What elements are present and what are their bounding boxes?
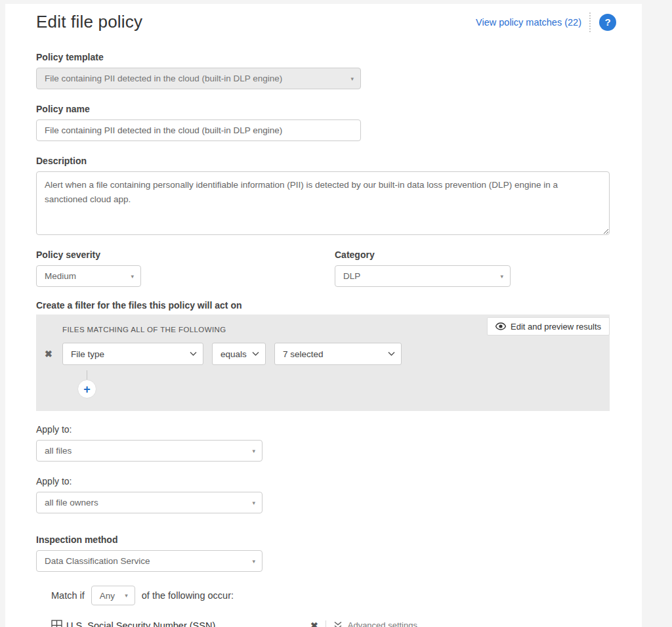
caret-down-icon: ▾ <box>252 500 255 506</box>
apply-to-owners-value: all file owners <box>45 498 98 508</box>
caret-down-icon: ▾ <box>252 558 255 565</box>
filter-operator-select[interactable]: equals <box>212 343 266 365</box>
caret-down-icon: ▾ <box>131 273 134 280</box>
policy-template-value: File containing PII detected in the clou… <box>45 74 282 83</box>
match-quantifier-value: Any <box>100 591 115 601</box>
apply-to-files-value: all files <box>45 446 72 456</box>
filter-panel: FILES MATCHING ALL OF THE FOLLOWING Edit… <box>36 314 610 411</box>
chevron-down-icon <box>190 352 197 357</box>
match-quantifier-select[interactable]: Any ▾ <box>91 586 135 605</box>
policy-severity-value: Medium <box>45 271 76 281</box>
policy-template-label: Policy template <box>36 52 642 62</box>
category-select[interactable]: DLP ▾ <box>335 265 511 287</box>
remove-criteria-icon[interactable]: ✖ <box>310 620 318 627</box>
inspection-method-value: Data Classification Service <box>45 556 150 566</box>
filter-operator-value: equals <box>220 349 247 359</box>
page-title: Edit file policy <box>36 12 142 32</box>
category-label: Category <box>335 249 511 260</box>
policy-severity-label: Policy severity <box>36 249 141 260</box>
chevron-down-icon <box>252 352 259 357</box>
double-chevron-down-icon[interactable] <box>333 621 343 627</box>
match-suffix: of the following occur: <box>142 590 234 601</box>
header: Edit file policy View policy matches (22… <box>36 12 616 32</box>
policy-template-select[interactable]: File containing PII detected in the clou… <box>36 68 361 89</box>
apply-to-files-select[interactable]: all files ▾ <box>36 440 262 462</box>
description-label: Description <box>36 156 642 166</box>
filter-section-label: Create a filter for the files this polic… <box>36 300 642 311</box>
edit-file-policy-panel: Edit file policy View policy matches (22… <box>5 4 642 627</box>
match-prefix: Match if <box>51 590 85 601</box>
filter-value-value: 7 selected <box>283 349 324 359</box>
help-icon[interactable]: ? <box>599 14 616 31</box>
caret-down-icon: ▾ <box>252 448 255 454</box>
caret-down-icon: ▾ <box>500 273 503 280</box>
criteria-row: U.S. Social Security Number (SSN) ✖ Adva… <box>51 620 642 627</box>
vertical-divider <box>326 620 326 627</box>
category-value: DLP <box>343 271 360 281</box>
apply-to-owners-label: Apply to: <box>36 476 642 486</box>
filter-field-select[interactable]: File type <box>62 343 203 365</box>
grid-icon <box>51 620 62 627</box>
chevron-down-icon <box>388 352 395 357</box>
inspection-method-select[interactable]: Data Classification Service ▾ <box>36 550 262 572</box>
policy-severity-select[interactable]: Medium ▾ <box>36 265 141 287</box>
policy-name-input[interactable] <box>36 119 361 141</box>
inspection-method-label: Inspection method <box>36 534 642 545</box>
dotted-divider <box>589 12 591 32</box>
apply-to-owners-select[interactable]: all file owners ▾ <box>36 492 262 513</box>
add-filter-icon[interactable]: + <box>77 379 96 399</box>
apply-to-files-label: Apply to: <box>36 424 642 435</box>
filter-field-value: File type <box>71 349 104 359</box>
caret-down-icon: ▾ <box>125 592 128 599</box>
policy-name-label: Policy name <box>36 104 642 114</box>
edit-and-preview-results-button[interactable]: Edit and preview results <box>487 317 610 335</box>
eye-icon <box>495 322 506 330</box>
match-condition-row: Match if Any ▾ of the following occur: <box>51 586 642 605</box>
caret-down-icon: ▾ <box>350 76 354 82</box>
filter-value-select[interactable]: 7 selected <box>274 343 402 365</box>
description-textarea[interactable]: Alert when a file containing personally … <box>36 171 610 235</box>
edit-and-preview-results-label: Edit and preview results <box>511 322 601 332</box>
view-policy-matches-link[interactable]: View policy matches (22) <box>476 17 581 28</box>
criteria-name: U.S. Social Security Number (SSN) <box>66 620 310 627</box>
remove-filter-icon[interactable]: ✖ <box>45 349 54 359</box>
advanced-settings-link[interactable]: Advanced settings <box>348 620 417 627</box>
